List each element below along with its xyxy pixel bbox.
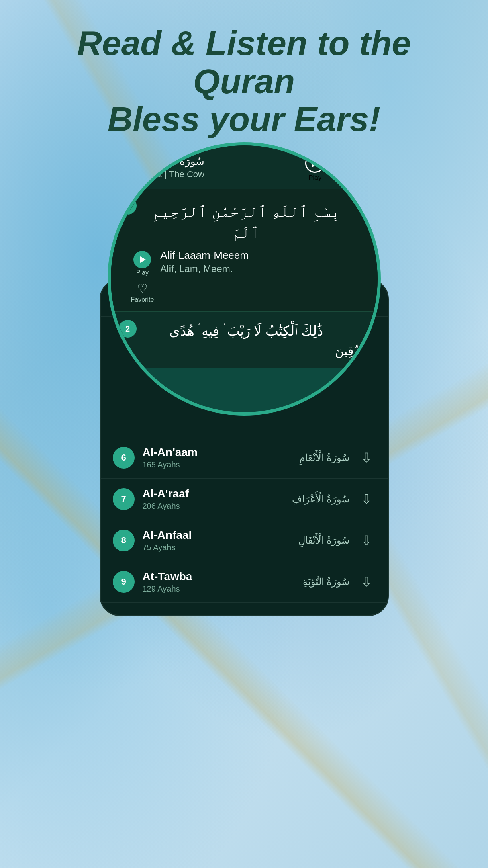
verse-1-translation: Alif, Lam, Meem.: [160, 263, 365, 274]
surah-item-8[interactable]: 8 Al-Anfaal 75 Ayahs سُورَةُ الْأَنْفَال…: [101, 520, 388, 561]
surah-9-ayahs: 129 Ayahs: [143, 584, 303, 594]
verse-favorite-label: Favorite: [131, 296, 154, 303]
hero-title: Read & Listen to the Quran Bless your Ea…: [0, 24, 488, 138]
surah-6-name: Al-An'aam: [143, 446, 299, 459]
verse-play-label: Play: [136, 269, 149, 276]
surah-6-download[interactable]: ⇩: [358, 449, 376, 467]
heart-icon: ♡: [137, 281, 148, 295]
surah-list: 6 Al-An'aam 165 Ayahs سُورَةُ الْأَنْعَا…: [101, 437, 388, 603]
surah-6-ayahs: 165 Ayahs: [143, 460, 299, 469]
download-action[interactable]: ⇩ Download: [337, 156, 365, 179]
surah-9-name: At-Tawba: [143, 570, 303, 583]
cloud-download-icon: ⇩: [361, 574, 372, 590]
verse-2-arabic: ذَٰلِكَ ٱلْكِتَٰبُ لَا رَيْبَ ۛ فِيهِ ۛ …: [123, 318, 365, 344]
surah-9-download[interactable]: ⇩: [358, 573, 376, 591]
surah-8-name: Al-Anfaal: [143, 529, 298, 542]
verse-2-arabic-cont: ّقِينَ: [335, 344, 353, 358]
surah-7-arabic: سُورَةُ الْأَعْرَافِ: [292, 493, 350, 505]
verse-1-arabic: بِسْمِ ٱللَّهِ ٱلرَّحْمَٰنِ ٱلرَّحِيمِ ٱ…: [123, 197, 365, 248]
verse-1-transliteration: Alif-Laaam-Meeem: [160, 249, 365, 263]
surah-item-9[interactable]: 9 At-Tawba 129 Ayahs سُورَةُ التَّوْبَةِ…: [101, 561, 388, 603]
surah-subtitle: Al-Baqara | The Cow: [123, 169, 204, 180]
surah-7-ayahs: 206 Ayahs: [143, 502, 292, 511]
surah-8-number: 8: [113, 530, 135, 551]
play-action[interactable]: Play: [305, 154, 325, 182]
surah-6-number: 6: [113, 447, 135, 469]
cloud-download-icon: ⇩: [361, 533, 372, 548]
verse-2-block: 2 ذَٰلِكَ ٱلْكِتَٰبُ لَا رَيْبَ ۛ فِيهِ …: [111, 312, 378, 368]
app-mockup: سُورَةُ الْبَقَرَةِ Al-Baqara | The Cow …: [94, 158, 395, 616]
surah-6-arabic: سُورَةُ الْأَنْعَامِ: [299, 452, 350, 463]
surah-arabic-title: سُورَةُ الْبَقَرَةِ: [123, 155, 204, 168]
download-icon: ⇩: [346, 156, 356, 170]
surah-item-6[interactable]: 6 Al-An'aam 165 Ayahs سُورَةُ الْأَنْعَا…: [101, 437, 388, 479]
surah-8-arabic: سُورَةُ الْأَنْفَالِ: [298, 535, 350, 546]
download-label: Download: [337, 172, 365, 179]
surah-7-download[interactable]: ⇩: [358, 490, 376, 508]
verse-play-button[interactable]: Play: [131, 251, 154, 276]
surah-9-arabic: سُورَةُ التَّوْبَةِ: [303, 576, 350, 588]
surah-header: سُورَةُ الْبَقَرَةِ Al-Baqara | The Cow …: [111, 145, 378, 189]
surah-7-name: Al-A'raaf: [143, 487, 292, 500]
verse-1-number: 1: [119, 197, 137, 215]
surah-7-number: 7: [113, 488, 135, 510]
play-label: Play: [309, 174, 321, 182]
cloud-download-icon: ⇩: [361, 450, 372, 465]
verse-favorite-button[interactable]: ♡ Favorite: [131, 281, 154, 303]
surah-9-number: 9: [113, 571, 135, 593]
magnifier-circle: سُورَةُ الْبَقَرَةِ Al-Baqara | The Cow …: [108, 142, 381, 416]
surah-item-7[interactable]: 7 Al-A'raaf 206 Ayahs سُورَةُ الْأَعْرَا…: [101, 479, 388, 520]
surah-8-ayahs: 75 Ayahs: [143, 543, 298, 552]
surah-8-download[interactable]: ⇩: [358, 532, 376, 549]
cloud-download-icon: ⇩: [361, 491, 372, 507]
verse-1-block: 1 بِسْمِ ٱللَّهِ ٱلرَّحْمَٰنِ ٱلرَّحِيمِ…: [111, 189, 378, 312]
